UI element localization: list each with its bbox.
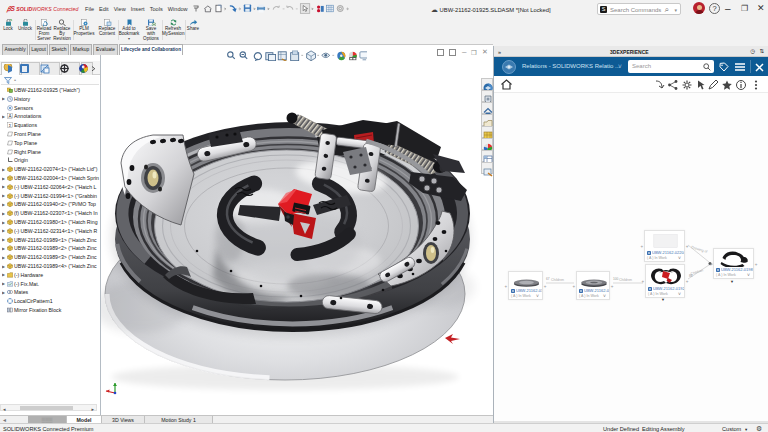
svg-text:Children: Children — [551, 278, 564, 282]
svg-text:Drawing of: Drawing of — [691, 245, 708, 254]
svg-text:88: 88 — [689, 274, 693, 278]
svg-text:Children: Children — [619, 278, 632, 282]
svg-text:67: 67 — [546, 277, 550, 281]
svg-text:100: 100 — [613, 277, 619, 281]
svg-text:Σ: Σ — [9, 123, 12, 128]
